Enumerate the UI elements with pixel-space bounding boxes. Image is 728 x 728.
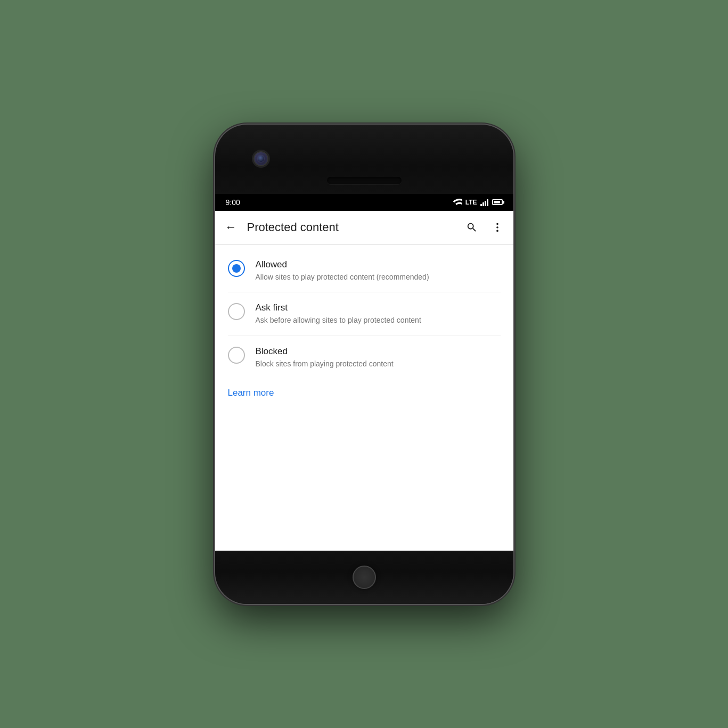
svg-point-3 bbox=[496, 230, 498, 232]
radio-outer-allowed bbox=[228, 260, 245, 277]
app-bar-actions bbox=[460, 216, 509, 239]
status-time: 9:00 bbox=[226, 198, 240, 207]
radio-blocked[interactable] bbox=[228, 347, 245, 364]
signal-icon bbox=[480, 199, 488, 206]
status-icons: LTE bbox=[453, 199, 503, 206]
option-text-ask-first: Ask first Ask before allowing sites to p… bbox=[256, 302, 501, 326]
app-bar: ← Protected content bbox=[215, 211, 513, 245]
back-arrow-icon: ← bbox=[225, 222, 237, 233]
radio-allowed[interactable] bbox=[228, 260, 245, 277]
more-options-button[interactable] bbox=[486, 216, 509, 239]
option-desc-allowed: Allow sites to play protected content (r… bbox=[256, 272, 501, 283]
option-text-allowed: Allowed Allow sites to play protected co… bbox=[256, 259, 501, 283]
lte-label: LTE bbox=[465, 199, 477, 206]
radio-ask-first[interactable] bbox=[228, 303, 245, 320]
battery-icon bbox=[492, 199, 503, 205]
radio-outer-blocked bbox=[228, 347, 245, 364]
option-text-blocked: Blocked Block sites from playing protect… bbox=[256, 346, 501, 370]
earpiece bbox=[327, 177, 402, 184]
screen-content: ← Protected content bbox=[215, 211, 513, 551]
wifi-icon bbox=[453, 199, 462, 206]
option-blocked[interactable]: Blocked Block sites from playing protect… bbox=[215, 336, 513, 379]
search-button[interactable] bbox=[460, 216, 484, 239]
svg-point-2 bbox=[496, 226, 498, 228]
top-bezel bbox=[215, 125, 513, 194]
phone-frame: 9:00 LTE ← bbox=[215, 125, 513, 604]
option-desc-ask-first: Ask before allowing sites to play protec… bbox=[256, 315, 501, 326]
option-desc-blocked: Block sites from playing protected conte… bbox=[256, 359, 501, 370]
search-icon bbox=[466, 222, 478, 233]
home-button[interactable] bbox=[353, 566, 376, 589]
front-camera bbox=[253, 151, 268, 166]
radio-outer-ask-first bbox=[228, 303, 245, 320]
learn-more-section: Learn more bbox=[215, 379, 513, 411]
more-vert-icon bbox=[492, 222, 503, 233]
back-button[interactable]: ← bbox=[219, 216, 243, 239]
page-title: Protected content bbox=[247, 220, 460, 234]
option-title-ask-first: Ask first bbox=[256, 302, 501, 314]
status-bar: 9:00 LTE bbox=[215, 194, 513, 211]
bottom-bezel bbox=[215, 551, 513, 604]
option-title-allowed: Allowed bbox=[256, 259, 501, 271]
options-list: Allowed Allow sites to play protected co… bbox=[215, 245, 513, 551]
option-allowed[interactable]: Allowed Allow sites to play protected co… bbox=[215, 249, 513, 292]
svg-point-1 bbox=[496, 223, 498, 225]
option-title-blocked: Blocked bbox=[256, 346, 501, 357]
option-ask-first[interactable]: Ask first Ask before allowing sites to p… bbox=[215, 292, 513, 336]
learn-more-link[interactable]: Learn more bbox=[228, 388, 274, 398]
radio-inner-allowed bbox=[232, 264, 241, 273]
